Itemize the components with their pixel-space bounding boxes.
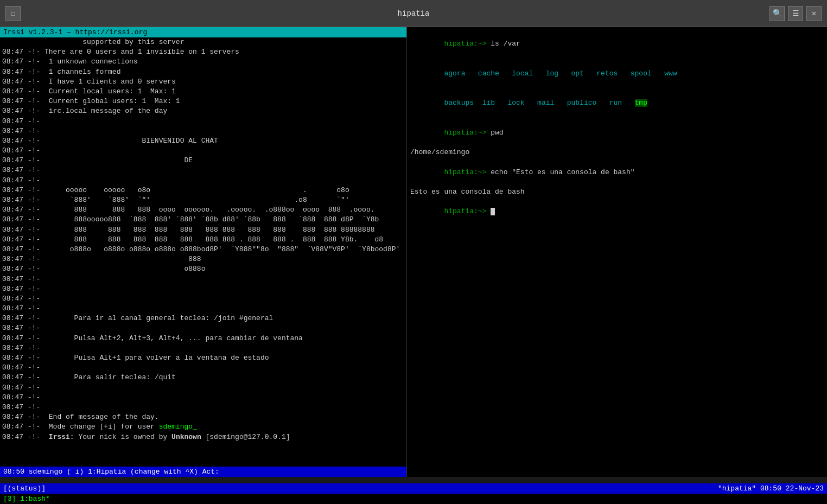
irssi-line: 08:47 -!- (2, 393, 404, 403)
dir-agora: agora (444, 69, 465, 78)
bash-command: ls /var (491, 40, 520, 48)
dir-www: www (664, 69, 677, 78)
bash-line: hipatia:~> ls /var (410, 29, 824, 59)
irssi-line: 08:47 -!- DE (2, 156, 404, 165)
irssi-line: 08:47 -!- (2, 383, 404, 393)
bash-output: agora cache local log opt retos spool ww… (410, 59, 824, 89)
irssi-line: 08:47 -!- irc.local message of the day (2, 106, 404, 116)
irssi-line: 08:47 -!- Mode change [+i] for user sdem… (2, 422, 404, 432)
bash-command: pwd (491, 129, 503, 137)
irssi-statusbar: 08:50 sdemingo ( i) 1:Hipatia (change wi… (0, 467, 406, 477)
tab-bash[interactable]: [3] 1:bash* (3, 495, 50, 503)
irssi-line: 08:47 -!- (2, 403, 404, 412)
irssi-line: 08:47 -!- (2, 343, 404, 353)
irssi-lines: supported by this server 08:47 -!- There… (0, 37, 406, 442)
dir-lib: lib (482, 99, 495, 107)
bash-prompt: hipatia:~> (444, 129, 491, 137)
bash-line: hipatia:~> echo "Esto es una consola de … (410, 157, 824, 187)
irssi-line: 08:47 -!- 888 (2, 254, 404, 264)
dir-retos: retos (596, 69, 618, 78)
irssi-line: 08:47 -!- (2, 117, 404, 126)
irssi-line: 08:47 -!- (2, 363, 404, 373)
irssi-line: 08:47 -!- (2, 275, 404, 284)
dir-spool: spool (631, 69, 652, 78)
irssi-line: 08:47 -!- 1 unknown connections (2, 57, 404, 67)
bash-output: Esto es una consola de bash (410, 187, 824, 197)
bash-line: hipatia:~> pwd (410, 118, 824, 148)
bash-output: backups lib lock mail publico run tmp (410, 88, 824, 118)
titlebar-left: ☐ (5, 6, 21, 21)
irssi-line: 08:47 -!- Pulsa Alt+1 para volver a la v… (2, 353, 404, 363)
irssi-line: 08:47 -!- (2, 126, 404, 136)
irssi-line: 08:47 -!- `888' `888' `"' .o8 `"' (2, 195, 404, 205)
irssi-line: 08:47 -!- (2, 165, 404, 175)
irssi-line: supported by this server (2, 37, 404, 47)
irssi-line: 08:47 -!- o888o o888o o888o o888o o888bo… (2, 245, 404, 254)
bash-line: hipatia:~> (410, 197, 824, 227)
irssi-content[interactable]: supported by this server 08:47 -!- There… (0, 37, 406, 467)
irssi-line: 08:47 -!- 888 888 888 888 888 888 888 . … (2, 235, 404, 245)
dir-mail: mail (537, 99, 554, 107)
dir-local: local (512, 69, 533, 78)
dir-log: log (546, 69, 558, 78)
irssi-line: 08:47 -!- (2, 294, 404, 304)
dir-backups: backups (444, 99, 474, 107)
window-title: hipatia (398, 9, 430, 18)
irssi-line: 08:47 -!- Para salir teclea: /quit (2, 373, 404, 382)
irssi-line: 08:47 -!- 888 888 888 888 888 888 888 88… (2, 225, 404, 235)
irssi-line: 08:47 -!- Para ir al canal general tecle… (2, 314, 404, 323)
main-area: Irssi v1.2.3-1 – https://irssi.org suppo… (0, 27, 827, 504)
irssi-line: 08:47 -!- BIENVENIDO AL CHAT (2, 136, 404, 146)
dir-cache: cache (478, 69, 499, 78)
status-line: [(status)] "hipatia" 08:50 22-Nov-23 (0, 483, 827, 494)
irssi-line: 08:47 -!- I have 1 clients and 0 servers (2, 77, 404, 87)
bash-prompt: hipatia:~> (444, 207, 491, 215)
irssi-line: 08:47 -!- (2, 176, 404, 186)
irssi-line: 08:47 -!- Current local users: 1 Max: 1 (2, 87, 404, 97)
bash-output: /home/sdemingo (410, 148, 824, 157)
irssi-line: 08:47 -!- 888 888 888 oooo oooooo. .oooo… (2, 205, 404, 215)
titlebar: ☐ hipatia 🔍 ☰ ✕ (0, 0, 827, 27)
tab-line: [3] 1:bash* (0, 494, 827, 504)
bash-prompt: hipatia:~> (444, 40, 491, 48)
bash-cursor (491, 208, 495, 215)
dir-run: run (609, 99, 622, 107)
dir-opt: opt (571, 69, 584, 78)
irssi-line: 08:47 -!- (2, 304, 404, 314)
irssi-line: 08:47 -!- (2, 284, 404, 294)
status-left: [(status)] (3, 484, 46, 493)
irssi-line: 08:47 -!- 888ooooo888 `888 888' `888' `8… (2, 215, 404, 225)
status-tab-status: [(status)] (3, 484, 46, 493)
irssi-line: 08:47 -!- End of message of the day. (2, 412, 404, 422)
irssi-line: 08:47 -!- 1 channels formed (2, 67, 404, 77)
dir-lock: lock (507, 99, 524, 107)
bash-content[interactable]: hipatia:~> ls /var agora cache local log… (407, 27, 827, 477)
irssi-line: 08:47 -!- (2, 323, 404, 333)
irssi-line: 08:47 -!- (2, 146, 404, 156)
dir-tmp: tmp (635, 99, 647, 107)
irssi-version: Irssi v1.2.3-1 – https://irssi.org (3, 28, 147, 36)
irssi-status-text: 08:50 sdemingo ( i) 1:Hipatia (change wi… (3, 468, 219, 476)
irssi-line: 08:47 -!- There are 0 users and 1 invisi… (2, 47, 404, 57)
irssi-line: 08:47 -!- ooooo ooooo o8o . o8o (2, 186, 404, 195)
irssi-line: 08:47 -!- Irssi: Your nick is owned by U… (2, 432, 404, 442)
titlebar-controls: 🔍 ☰ ✕ (769, 6, 822, 21)
search-button[interactable]: 🔍 (769, 6, 785, 21)
bash-prompt: hipatia:~> (444, 168, 491, 176)
irssi-line: 08:47 -!- Current global users: 1 Max: 1 (2, 97, 404, 106)
irssi-topbar: Irssi v1.2.3-1 – https://irssi.org (0, 27, 406, 37)
irssi-pane: Irssi v1.2.3-1 – https://irssi.org suppo… (0, 27, 407, 477)
menu-button[interactable]: ☰ (788, 6, 803, 21)
bash-pane: hipatia:~> ls /var agora cache local log… (407, 27, 827, 477)
bash-command: echo "Esto es una consola de bash" (491, 168, 634, 176)
window-icon[interactable]: ☐ (5, 6, 21, 21)
close-button[interactable]: ✕ (806, 6, 822, 21)
status-right: "hipatia" 08:50 22-Nov-23 (718, 484, 824, 493)
irssi-line: 08:47 -!- o888o (2, 264, 404, 274)
irssi-line: 08:47 -!- Pulsa Alt+2, Alt+3, Alt+4, ...… (2, 334, 404, 343)
dir-publico: publico (567, 99, 597, 107)
bottom-bar: [(status)] "hipatia" 08:50 22-Nov-23 [3]… (0, 483, 827, 504)
